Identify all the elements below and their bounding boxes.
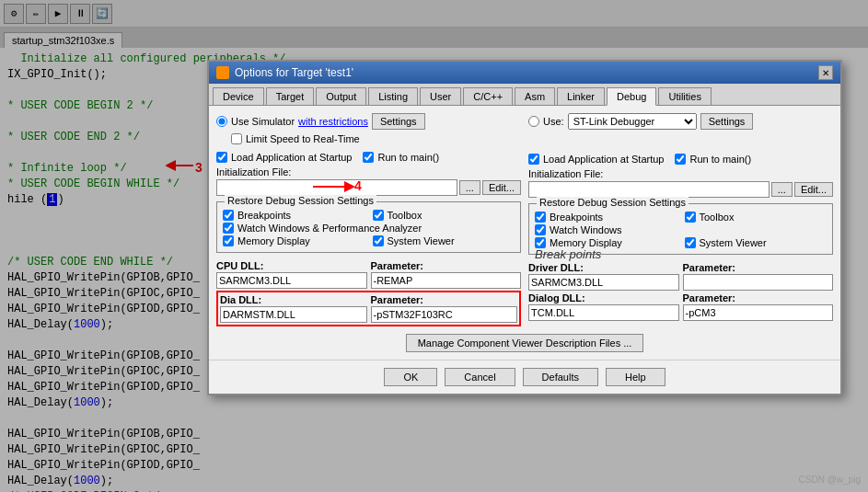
dialog-icon xyxy=(216,66,229,79)
breakpoints-row-right: Breakpoints xyxy=(535,212,677,223)
run-to-main-label: Run to main() xyxy=(377,152,439,163)
memory-display-row-left: Memory Display xyxy=(223,235,365,246)
tab-target[interactable]: Target xyxy=(266,87,315,105)
restore-group-title-left: Restore Debug Session Settings xyxy=(225,195,376,206)
breakpoints-check-right[interactable] xyxy=(535,212,546,223)
dialog-dll-label-left: Dia DLL: xyxy=(220,294,367,305)
toolbox-check-right[interactable] xyxy=(685,212,696,223)
dialog-dll-col-left: Dia DLL: xyxy=(220,294,367,323)
driver-param-input[interactable] xyxy=(683,274,834,291)
watch-windows-row-right: Watch Windows xyxy=(535,224,827,235)
cpu-dll-col: CPU DLL: xyxy=(216,260,367,289)
init-file-input-right[interactable] xyxy=(528,181,770,198)
use-debugger-row: Use: ST-Link Debugger Settings xyxy=(528,113,833,130)
memory-display-label-left: Memory Display xyxy=(237,235,310,246)
restore-group-title-right: Restore Debug Session Settings xyxy=(537,197,689,208)
init-edit-btn-right[interactable]: Edit... xyxy=(794,182,833,197)
cancel-button[interactable]: Cancel xyxy=(445,368,515,386)
two-col-layout: Use Simulator with restrictions Settings… xyxy=(216,113,833,328)
init-file-input[interactable] xyxy=(216,179,457,196)
help-button[interactable]: Help xyxy=(606,368,665,386)
watch-windows-check-right[interactable] xyxy=(535,224,546,235)
system-viewer-label-right: System Viewer xyxy=(700,237,767,248)
init-file-label: Initialization File: xyxy=(216,166,521,177)
tab-listing[interactable]: Listing xyxy=(368,87,418,105)
cpu-param-input[interactable] xyxy=(371,272,522,289)
cpu-dll-input[interactable] xyxy=(216,272,367,289)
restore-checks-right: Breakpoints Toolbox Watch Windows M xyxy=(535,212,827,248)
simulator-settings-btn[interactable]: Settings xyxy=(372,113,425,130)
right-column: Use: ST-Link Debugger Settings Load Appl… xyxy=(528,113,833,328)
init-file-input-row-right: ... Edit... xyxy=(528,181,833,198)
tab-output[interactable]: Output xyxy=(316,87,366,105)
dll-section-right: Driver DLL: Parameter: Dialog DLL: xyxy=(528,262,833,323)
tab-cpp[interactable]: C/C++ xyxy=(463,87,513,105)
driver-dll-input[interactable] xyxy=(528,274,679,291)
dialog-tabs: Device Target Output Listing User C/C++ … xyxy=(209,84,840,106)
system-viewer-check-left[interactable] xyxy=(373,235,384,246)
defaults-button[interactable]: Defaults xyxy=(523,368,598,386)
dialog: Options for Target 'test1' ✕ Device Targ… xyxy=(207,60,842,395)
load-app-row-right: Load Application at Startup Run to main(… xyxy=(528,154,833,165)
system-viewer-check-right[interactable] xyxy=(685,237,696,248)
dialog-param-col-right: Parameter: xyxy=(683,292,834,321)
dialog-dll-input-right[interactable] xyxy=(528,304,679,321)
driver-dll-col: Driver DLL: xyxy=(528,262,679,291)
tab-debug[interactable]: Debug xyxy=(607,87,656,106)
init-file-section: Initialization File: ... Edit... xyxy=(216,166,521,196)
limit-speed-check[interactable] xyxy=(231,133,242,144)
dialog-param-input-right[interactable] xyxy=(683,304,834,321)
dialog-dll-label-right: Dialog DLL: xyxy=(528,292,679,303)
tab-linker[interactable]: Linker xyxy=(557,87,605,105)
dialog-content: Use Simulator with restrictions Settings… xyxy=(209,106,840,360)
manage-btn-container: Manage Component Viewer Description File… xyxy=(216,334,833,352)
debugger-settings-btn[interactable]: Settings xyxy=(700,113,754,130)
dialog-param-label-left: Parameter: xyxy=(371,294,518,305)
dialog-param-col-left: Parameter: xyxy=(371,294,518,323)
init-file-label-right: Initialization File: xyxy=(528,168,833,179)
toolbox-check-left[interactable] xyxy=(373,210,384,221)
simulator-label: Use Simulator xyxy=(231,116,295,127)
restore-checks-left: Breakpoints Toolbox Watch Windows & Perf… xyxy=(223,210,515,246)
dialog-param-input-left[interactable] xyxy=(371,306,518,323)
dll-section-left: CPU DLL: Parameter: Dia DLL: xyxy=(216,260,521,328)
dialog-dll-row-left: Dia DLL: Parameter: xyxy=(216,291,521,326)
init-browse-btn[interactable]: ... xyxy=(459,180,480,195)
manage-btn[interactable]: Manage Component Viewer Description File… xyxy=(406,334,644,352)
init-edit-btn[interactable]: Edit... xyxy=(482,180,521,195)
ok-button[interactable]: OK xyxy=(384,368,437,386)
dialog-param-label-right: Parameter: xyxy=(683,292,834,303)
tab-asm[interactable]: Asm xyxy=(515,87,555,105)
restore-group-left: Restore Debug Session Settings Breakpoin… xyxy=(216,201,521,253)
run-to-main-label-right: Run to main() xyxy=(689,154,751,165)
tab-device[interactable]: Device xyxy=(213,87,264,105)
load-app-check[interactable] xyxy=(216,152,227,163)
watch-windows-label-left: Watch Windows & Performance Analyzer xyxy=(237,223,422,234)
tab-user[interactable]: User xyxy=(420,87,461,105)
dialog-close-button[interactable]: ✕ xyxy=(818,65,833,80)
run-to-main-check-right[interactable] xyxy=(675,154,686,165)
driver-param-col: Parameter: xyxy=(683,262,834,291)
dialog-dll-input-left[interactable] xyxy=(220,306,367,323)
driver-param-label: Parameter: xyxy=(683,262,834,273)
use-label: Use: xyxy=(543,116,564,127)
limit-speed-label: Limit Speed to Real-Time xyxy=(246,133,360,144)
dialog-dll-row-right: Dialog DLL: Parameter: xyxy=(528,292,833,321)
watch-windows-check-left[interactable] xyxy=(223,223,234,234)
toolbox-label-left: Toolbox xyxy=(388,210,422,221)
init-file-input-row: ... Edit... xyxy=(216,179,521,196)
use-debugger-radio[interactable] xyxy=(528,116,539,127)
debugger-select[interactable]: ST-Link Debugger xyxy=(568,113,697,130)
load-app-check-right[interactable] xyxy=(528,154,539,165)
system-viewer-label-left: System Viewer xyxy=(388,235,455,246)
run-to-main-check[interactable] xyxy=(363,152,374,163)
memory-display-check-left[interactable] xyxy=(223,235,234,246)
load-app-label: Load Application at Startup xyxy=(231,152,352,163)
init-browse-btn-right[interactable]: ... xyxy=(771,182,793,197)
tab-utilities[interactable]: Utilities xyxy=(658,87,711,105)
watch-windows-label-right: Watch Windows xyxy=(550,224,621,235)
restrictions-link[interactable]: with restrictions xyxy=(298,116,368,127)
breakpoints-check-left[interactable] xyxy=(223,210,234,221)
simulator-radio[interactable] xyxy=(216,116,227,127)
toolbox-row-right: Toolbox xyxy=(685,212,827,223)
